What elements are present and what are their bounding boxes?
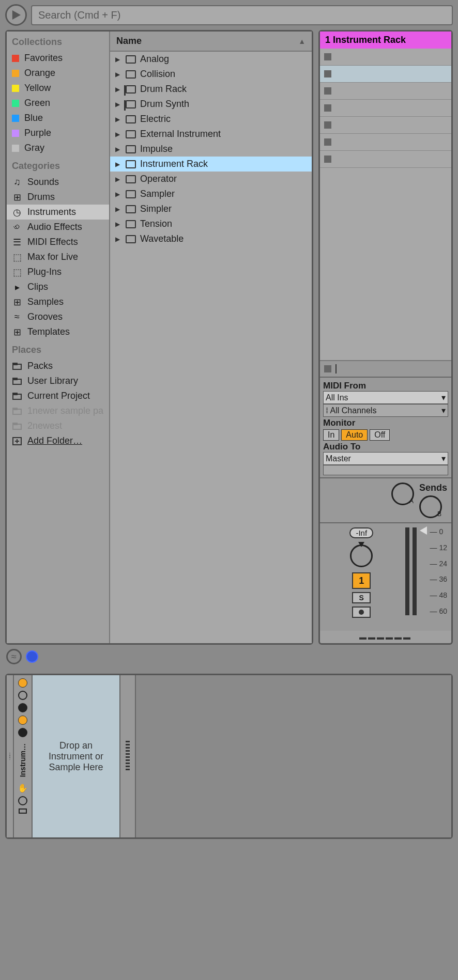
- device-resize-handle[interactable]: [120, 675, 136, 837]
- collection-label: Favorites: [24, 53, 63, 64]
- clip-slot[interactable]: [320, 66, 451, 83]
- device-drag-dots[interactable]: ⋮⋮⋮: [7, 675, 14, 837]
- device-list-item[interactable]: ▶Impulse: [110, 142, 312, 157]
- device-on-off-button[interactable]: [18, 678, 27, 688]
- stop-icon: [324, 365, 331, 372]
- track-activator-button[interactable]: 1: [352, 572, 371, 589]
- macro-icon[interactable]: [18, 691, 27, 700]
- device-list-item[interactable]: ▶Electric: [110, 112, 312, 127]
- device-list-item[interactable]: ▶Tension: [110, 216, 312, 231]
- clip-slot-empty-area[interactable]: [320, 168, 451, 360]
- audio-sub-select[interactable]: [323, 465, 448, 475]
- show-hide-button[interactable]: [18, 715, 27, 725]
- expand-icon[interactable]: ▶: [115, 131, 121, 138]
- overview-toggle-icon[interactable]: ≈: [6, 649, 22, 664]
- scene-stop-row[interactable]: [320, 360, 451, 377]
- expand-icon[interactable]: ▶: [115, 146, 121, 153]
- category-item[interactable]: ☰MIDI Effects: [7, 235, 109, 250]
- collection-item[interactable]: Yellow: [7, 81, 109, 96]
- send-a-knob[interactable]: [391, 483, 414, 505]
- expand-icon[interactable]: ▶: [115, 206, 121, 213]
- device-list-item[interactable]: ▶Analog: [110, 52, 312, 67]
- category-item[interactable]: ▸Clips: [7, 279, 109, 294]
- category-item[interactable]: ⬚Max for Live: [7, 250, 109, 265]
- device-list-item[interactable]: ▶Operator: [110, 172, 312, 186]
- device-list-item[interactable]: ▶Simpler: [110, 201, 312, 216]
- clip-slot[interactable]: [320, 134, 451, 151]
- category-item[interactable]: ♫Sounds: [7, 175, 109, 190]
- rand-icon[interactable]: [18, 796, 27, 805]
- chain-icon[interactable]: [18, 703, 27, 712]
- device-list-item[interactable]: ▶External Instrument: [110, 127, 312, 142]
- audio-to-select[interactable]: Master▾: [323, 452, 448, 465]
- sends-panel: Sends: [320, 477, 451, 522]
- device-list-item[interactable]: ▶Collision: [110, 67, 312, 82]
- place-item[interactable]: User Library: [7, 374, 109, 388]
- category-item[interactable]: ≈Grooves: [7, 309, 109, 324]
- expand-icon[interactable]: ▶: [115, 161, 121, 168]
- device-list-item[interactable]: ▶Drum Rack: [110, 82, 312, 97]
- category-item[interactable]: ꩜Audio Effects: [7, 220, 109, 235]
- hand-icon[interactable]: ✋: [18, 783, 28, 793]
- resize-handle[interactable]: ▬▬▬▬▬▬: [320, 631, 451, 643]
- clip-slot[interactable]: [320, 83, 451, 100]
- place-item[interactable]: Current Project: [7, 388, 109, 403]
- content-header[interactable]: Name ▲: [110, 32, 312, 52]
- expand-icon[interactable]: ▶: [115, 116, 121, 123]
- expand-icon[interactable]: ▶: [115, 191, 121, 198]
- clip-slot[interactable]: [320, 49, 451, 66]
- collection-item[interactable]: Purple: [7, 126, 109, 141]
- place-item[interactable]: Packs: [7, 359, 109, 374]
- expand-icon[interactable]: ▶: [115, 56, 121, 63]
- clip-slot[interactable]: [320, 100, 451, 117]
- solo-button[interactable]: S: [352, 592, 371, 603]
- category-item[interactable]: ⊞Samples: [7, 294, 109, 309]
- expand-icon[interactable]: ▶: [115, 236, 121, 243]
- midi-from-select[interactable]: All Ins▾: [323, 391, 448, 404]
- search-input[interactable]: Search (Cmd + F): [31, 5, 453, 25]
- collection-item[interactable]: Green: [7, 96, 109, 111]
- device-title-bar[interactable]: Instrum… ✋: [14, 675, 33, 837]
- play-button[interactable]: [5, 4, 27, 26]
- add-folder-button[interactable]: Add Folder…: [7, 433, 109, 448]
- category-item[interactable]: ⊞Templates: [7, 324, 109, 339]
- collection-item[interactable]: Gray: [7, 141, 109, 155]
- category-item[interactable]: ⬚Plug-Ins: [7, 265, 109, 279]
- expand-icon[interactable]: ▶: [115, 86, 121, 93]
- clip-slot[interactable]: [320, 151, 451, 168]
- monitor-auto-button[interactable]: Auto: [341, 429, 368, 441]
- arm-button[interactable]: [352, 606, 371, 618]
- send-b-knob[interactable]: [419, 495, 442, 518]
- color-swatch: [12, 130, 19, 137]
- track-title[interactable]: 1 Instrument Rack: [320, 32, 451, 49]
- collection-item[interactable]: Orange: [7, 66, 109, 81]
- device-empty-area[interactable]: [136, 675, 451, 837]
- device-list-item[interactable]: ▶Wavetable: [110, 231, 312, 246]
- expand-icon[interactable]: ▶: [115, 176, 121, 183]
- pan-knob[interactable]: [350, 545, 373, 567]
- device-list-icon[interactable]: [18, 728, 27, 737]
- help-icon[interactable]: [26, 650, 38, 663]
- category-item[interactable]: ◷Instruments: [7, 205, 109, 220]
- category-label: Clips: [27, 282, 48, 292]
- expand-icon[interactable]: ▶: [115, 101, 121, 108]
- volume-fader[interactable]: [420, 526, 427, 535]
- expand-icon[interactable]: ▶: [115, 221, 121, 228]
- monitor-off-button[interactable]: Off: [370, 429, 390, 441]
- place-item[interactable]: 1newer sample pa: [7, 403, 109, 418]
- db-mark: 48: [430, 591, 447, 599]
- device-drop-area[interactable]: Drop an Instrument or Sample Here: [33, 675, 120, 837]
- clip-slot[interactable]: [320, 117, 451, 134]
- place-item[interactable]: 2newest: [7, 418, 109, 433]
- monitor-in-button[interactable]: In: [323, 429, 339, 441]
- device-list-item[interactable]: ▶Sampler: [110, 186, 312, 201]
- midi-channel-select[interactable]: ⁞ All Channels▾: [323, 404, 448, 417]
- collection-item[interactable]: Favorites: [7, 51, 109, 66]
- peak-level[interactable]: -Inf: [349, 527, 373, 538]
- collection-item[interactable]: Blue: [7, 111, 109, 126]
- expand-icon[interactable]: ▶: [115, 71, 121, 78]
- category-item[interactable]: ⊞Drums: [7, 190, 109, 205]
- device-list-item[interactable]: ▶Drum Synth: [110, 97, 312, 112]
- save-preset-icon[interactable]: [19, 808, 27, 814]
- device-list-item[interactable]: ▶Instrument Rack: [110, 157, 312, 172]
